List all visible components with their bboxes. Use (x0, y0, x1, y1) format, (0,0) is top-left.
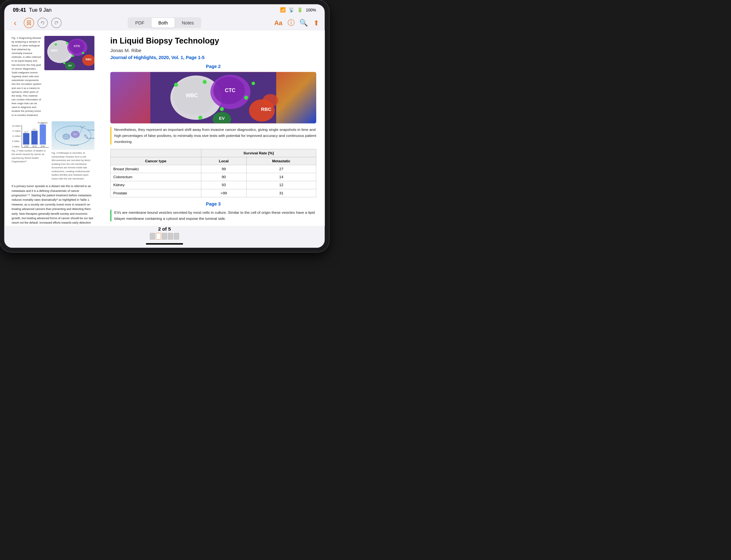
svg-text:CTC: CTC (225, 87, 235, 93)
notes-table-row: Kidney 93 12 (110, 181, 316, 189)
svg-point-24 (73, 133, 75, 134)
notes-author: Jonas M. Ribe (110, 48, 316, 53)
notes-page3-block: EVs are membrane bound vesicles secreted… (110, 209, 316, 221)
back-button[interactable]: ‹ (10, 18, 20, 28)
battery-percent: 100% (306, 8, 316, 12)
notes-page3-header: Page 3 (110, 201, 316, 207)
svg-text:RBC: RBC (260, 106, 271, 111)
notes-table-header-metastatic: Metastatic (246, 157, 316, 165)
svg-text:RBC: RBC (85, 58, 92, 61)
svg-text:WBC: WBC (186, 92, 198, 98)
notes-page3-text: EVs are membrane bound vesicles secreted… (114, 209, 316, 221)
svg-text:EV: EV (219, 116, 224, 120)
notes-table-row: Prostate >99 31 (110, 189, 316, 197)
notes-panel[interactable]: in Liquid Biopsy Technology Jonas M. Rib… (102, 30, 325, 226)
svg-point-8 (54, 43, 57, 45)
notes-table-header-local: Local (201, 157, 246, 165)
notes-highlighted-text: Nevertheless, they represent an importan… (114, 127, 316, 145)
page-counter-bar: 2 of 5 (4, 226, 325, 240)
fig1-caption: Fig. 1 Diagnosing disease by analyzing a… (11, 36, 41, 117)
green-accent-bar (110, 209, 112, 221)
y-label-3: 11 million (12, 135, 21, 137)
home-indicator-bar (4, 240, 325, 248)
pdf-panel[interactable]: Fig. 1 Diagnosing disease by analyzing a… (4, 30, 102, 226)
svg-text:WBC: WBC (51, 48, 58, 52)
signal-icon: 📶 (280, 7, 286, 13)
svg-point-32 (84, 134, 86, 137)
search-button[interactable]: 🔍 (299, 19, 308, 27)
status-time: 09:41 (13, 7, 26, 13)
notes-cell-image: WBC CTC RBC EV (110, 72, 316, 123)
svg-point-44 (174, 83, 178, 87)
fig1-image: WBC CTC RBC EV (44, 36, 94, 117)
notes-table-row: Colorectum 90 14 (110, 173, 316, 181)
home-indicator (146, 243, 183, 245)
redo-button[interactable] (51, 18, 61, 28)
notes-page2-header: Page 2 (110, 64, 316, 69)
svg-point-33 (86, 136, 88, 138)
y-label-5: 0 million (12, 145, 21, 147)
notes-survival-table: Survival Rate [%] Cancer type Local Meta… (110, 149, 316, 197)
svg-text:Endosome: Endosome (63, 137, 69, 138)
share-button[interactable]: ⬆ (313, 19, 319, 27)
svg-point-10 (71, 55, 74, 57)
page-thumb-2[interactable] (156, 233, 161, 240)
y-label-4: 6 million (12, 140, 21, 142)
y-label-2: 17 million (12, 130, 21, 132)
notes-table-title: Survival Rate [%] (201, 149, 316, 157)
notes-highlighted-block: Nevertheless, they represent an importan… (110, 127, 316, 145)
fig3-caption: Fig. 3 Pathways to secretion of extracel… (51, 151, 94, 180)
wifi-icon: 📡 (288, 7, 294, 13)
toolbar: ‹ (4, 16, 325, 30)
y-label-1: 22 million (12, 125, 21, 127)
toolbar-left: ‹ (10, 18, 125, 28)
ev-diagram-block: Cytoplasm Early Endosome MVB (51, 121, 94, 180)
cancer-chart: Projected 22 million 17 million 11 milli… (11, 121, 49, 163)
bookmark-button[interactable] (24, 18, 34, 28)
undo-button[interactable] (37, 18, 48, 28)
svg-point-46 (220, 107, 224, 111)
toolbar-right: Aa ⓘ 🔍 ⬆ (204, 18, 319, 27)
status-bar: 09:41 Tue 9 Jan 📶 📡 🔋 100% (4, 4, 325, 16)
pdf-tab[interactable]: PDF (128, 18, 151, 28)
svg-text:CTC: CTC (74, 44, 80, 48)
both-tab[interactable]: Both (152, 18, 175, 28)
svg-point-45 (202, 80, 206, 84)
page-counter: 2 of 5 (158, 226, 171, 232)
fig2-caption: Fig. 2 Total number of deaths in the wor… (11, 149, 49, 163)
chart-diagram-row: Projected 22 million 17 million 11 milli… (11, 121, 94, 180)
figure-1-block: Fig. 1 Diagnosing disease by analyzing a… (11, 36, 94, 117)
svg-point-47 (244, 96, 248, 100)
pdf-body-text-1: If a primary tumor spreads to a distant … (11, 184, 94, 226)
notes-table-row: Breast (female) 99 27 (110, 165, 316, 173)
notes-table-header-type: Cancer type (110, 157, 201, 165)
info-button[interactable]: ⓘ (288, 18, 294, 27)
svg-text:Early: Early (65, 135, 68, 137)
toolbar-center: PDF Both Notes (128, 17, 201, 28)
svg-point-42 (262, 94, 278, 107)
svg-point-9 (66, 42, 68, 44)
page-thumb-5[interactable] (174, 233, 179, 240)
svg-point-48 (198, 116, 202, 120)
font-size-button[interactable]: Aa (274, 19, 282, 27)
svg-text:EV: EV (68, 64, 72, 67)
notes-tab[interactable]: Notes (175, 18, 200, 28)
page-thumbnails (150, 233, 179, 240)
svg-point-0 (28, 21, 30, 23)
battery-icon: 🔋 (297, 7, 303, 13)
svg-point-29 (81, 126, 83, 128)
notes-journal: Journal of Highlights, 2020, Vol. 1, Pag… (110, 55, 316, 60)
page-thumb-3[interactable] (162, 233, 167, 240)
status-right: 📶 📡 🔋 100% (280, 7, 316, 13)
page-thumb-4[interactable] (168, 233, 173, 240)
svg-point-11 (82, 52, 84, 54)
yellow-accent-bar (110, 127, 112, 145)
main-content: Fig. 1 Diagnosing disease by analyzing a… (4, 30, 325, 226)
svg-point-12 (63, 62, 65, 64)
notes-title: in Liquid Biopsy Technology (110, 36, 316, 45)
status-date: Tue 9 Jan (29, 7, 51, 13)
view-mode-segmented: PDF Both Notes (128, 17, 201, 28)
ev-diagram: Cytoplasm Early Endosome MVB (51, 121, 94, 150)
page-thumb-1[interactable] (150, 233, 155, 240)
svg-line-34 (80, 128, 82, 132)
